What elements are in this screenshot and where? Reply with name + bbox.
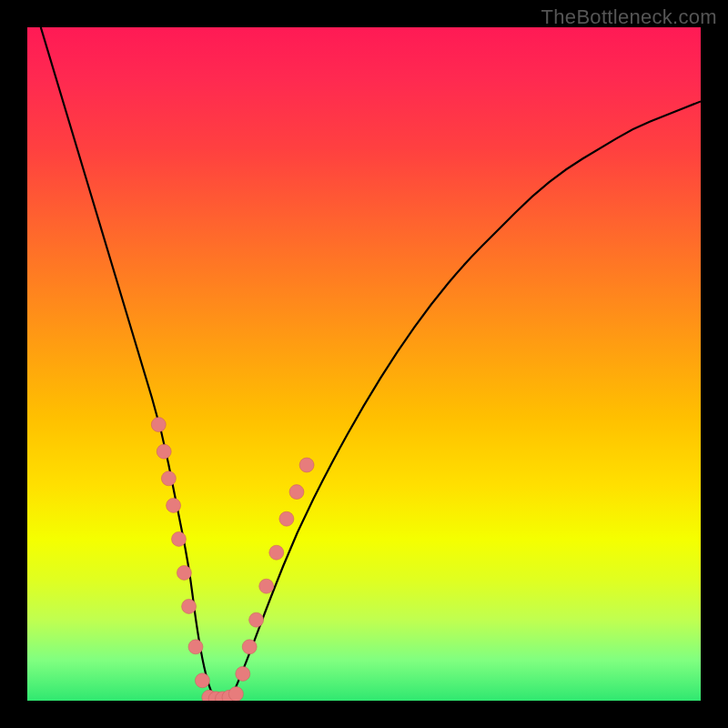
data-points-right	[236, 458, 314, 681]
chart-container: TheBottleneck.com	[0, 0, 728, 728]
data-points-bottom	[202, 687, 244, 701]
data-point	[151, 418, 166, 432]
curve-line	[41, 27, 701, 701]
data-point	[269, 545, 284, 560]
data-point	[182, 599, 197, 613]
data-point	[279, 511, 294, 526]
data-point	[259, 579, 274, 593]
data-point	[177, 565, 191, 580]
data-point	[299, 458, 314, 472]
data-point	[236, 666, 250, 681]
data-point	[228, 687, 243, 701]
data-point	[289, 485, 304, 500]
watermark-text: TheBottleneck.com	[541, 5, 717, 29]
plot-area	[27, 27, 701, 701]
data-point	[242, 640, 257, 654]
data-point	[188, 640, 203, 654]
bottleneck-curve-svg	[27, 27, 701, 701]
data-point	[167, 498, 181, 512]
data-point	[157, 444, 171, 459]
data-point	[172, 531, 187, 546]
data-point	[249, 612, 264, 627]
data-point	[161, 471, 176, 486]
data-points-left	[151, 418, 209, 688]
data-point	[195, 673, 209, 688]
